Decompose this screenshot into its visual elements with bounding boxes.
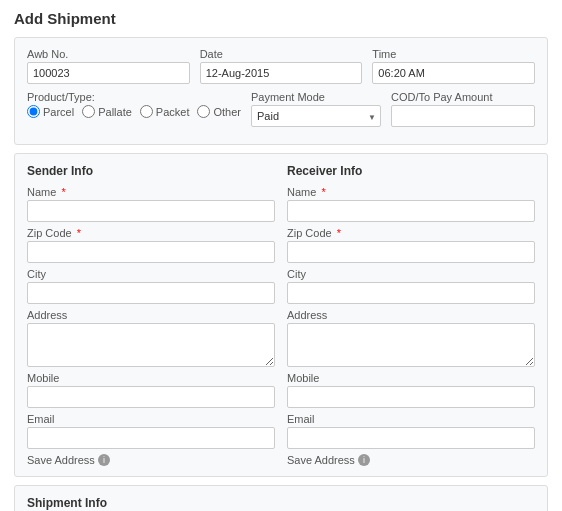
date-label: Date: [200, 48, 363, 60]
sender-zip-input[interactable]: [27, 241, 275, 263]
sender-name-label: Name *: [27, 186, 275, 198]
time-label: Time: [372, 48, 535, 60]
receiver-city-input[interactable]: [287, 282, 535, 304]
sender-address-group: Address: [27, 309, 275, 367]
date-input[interactable]: [200, 62, 363, 84]
sender-zip-required: *: [77, 227, 81, 239]
sender-address-label: Address: [27, 309, 275, 321]
receiver-save-address-label: Save Address: [287, 454, 355, 466]
date-field-group: Date: [200, 48, 363, 84]
shipment-info-title: Shipment Info: [27, 496, 535, 510]
sender-city-label: City: [27, 268, 275, 280]
receiver-city-label: City: [287, 268, 535, 280]
receiver-name-label: Name *: [287, 186, 535, 198]
receiver-address-input[interactable]: [287, 323, 535, 367]
receiver-save-address-info-icon[interactable]: i: [358, 454, 370, 466]
sender-mobile-label: Mobile: [27, 372, 275, 384]
sender-name-required: *: [61, 186, 65, 198]
sender-info-col: Sender Info Name * Zip Code * City Addre…: [27, 164, 275, 466]
receiver-zip-input[interactable]: [287, 241, 535, 263]
time-field-group: Time: [372, 48, 535, 84]
payment-mode-select[interactable]: Paid Unpaid COD: [251, 105, 381, 127]
radio-packet-label[interactable]: Packet: [140, 105, 190, 118]
payment-mode-field-group: Payment Mode Paid Unpaid COD: [251, 91, 381, 127]
awb-input[interactable]: [27, 62, 190, 84]
sender-email-group: Email: [27, 413, 275, 449]
sender-save-address[interactable]: Save Address i: [27, 454, 275, 466]
sender-address-input[interactable]: [27, 323, 275, 367]
receiver-zip-group: Zip Code *: [287, 227, 535, 263]
receiver-info-title: Receiver Info: [287, 164, 535, 178]
top-info-section: Awb No. Date Time Product/Type: Parcel: [14, 37, 548, 145]
radio-other-label[interactable]: Other: [197, 105, 241, 118]
receiver-mobile-input[interactable]: [287, 386, 535, 408]
receiver-email-group: Email: [287, 413, 535, 449]
receiver-save-address[interactable]: Save Address i: [287, 454, 535, 466]
sender-info-title: Sender Info: [27, 164, 275, 178]
receiver-address-group: Address: [287, 309, 535, 367]
receiver-zip-label: Zip Code *: [287, 227, 535, 239]
radio-other[interactable]: [197, 105, 210, 118]
radio-parcel-label[interactable]: Parcel: [27, 105, 74, 118]
receiver-zip-required: *: [337, 227, 341, 239]
sender-mobile-input[interactable]: [27, 386, 275, 408]
sender-email-label: Email: [27, 413, 275, 425]
radio-pallate[interactable]: [82, 105, 95, 118]
sender-email-input[interactable]: [27, 427, 275, 449]
receiver-name-required: *: [321, 186, 325, 198]
awb-field-group: Awb No.: [27, 48, 190, 84]
time-input[interactable]: [372, 62, 535, 84]
awb-label: Awb No.: [27, 48, 190, 60]
cod-label: COD/To Pay Amount: [391, 91, 535, 103]
radio-parcel[interactable]: [27, 105, 40, 118]
sender-save-address-info-icon[interactable]: i: [98, 454, 110, 466]
radio-packet[interactable]: [140, 105, 153, 118]
sender-city-input[interactable]: [27, 282, 275, 304]
sender-name-input[interactable]: [27, 200, 275, 222]
receiver-city-group: City: [287, 268, 535, 304]
receiver-info-col: Receiver Info Name * Zip Code * City Add…: [287, 164, 535, 466]
payment-mode-select-wrapper: Paid Unpaid COD: [251, 105, 381, 127]
product-type-options: Parcel Pallate Packet Other: [27, 105, 241, 120]
sender-zip-label: Zip Code *: [27, 227, 275, 239]
sender-city-group: City: [27, 268, 275, 304]
receiver-mobile-label: Mobile: [287, 372, 535, 384]
page-title: Add Shipment: [14, 10, 548, 27]
sender-save-address-label: Save Address: [27, 454, 95, 466]
radio-pallate-label[interactable]: Pallate: [82, 105, 132, 118]
receiver-address-label: Address: [287, 309, 535, 321]
cod-input[interactable]: [391, 105, 535, 127]
sender-mobile-group: Mobile: [27, 372, 275, 408]
sender-zip-group: Zip Code *: [27, 227, 275, 263]
sender-receiver-section: Sender Info Name * Zip Code * City Addre…: [14, 153, 548, 477]
receiver-name-group: Name *: [287, 186, 535, 222]
payment-mode-label: Payment Mode: [251, 91, 381, 103]
shipment-info-section: Shipment Info Status Picked up In Transi…: [14, 485, 548, 511]
cod-field-group: COD/To Pay Amount: [391, 91, 535, 127]
receiver-email-label: Email: [287, 413, 535, 425]
receiver-email-input[interactable]: [287, 427, 535, 449]
sender-name-group: Name *: [27, 186, 275, 222]
sender-receiver-columns: Sender Info Name * Zip Code * City Addre…: [27, 164, 535, 466]
product-type-label: Product/Type:: [27, 91, 241, 103]
receiver-name-input[interactable]: [287, 200, 535, 222]
receiver-mobile-group: Mobile: [287, 372, 535, 408]
product-type-field-group: Product/Type: Parcel Pallate Packet Othe…: [27, 91, 241, 120]
